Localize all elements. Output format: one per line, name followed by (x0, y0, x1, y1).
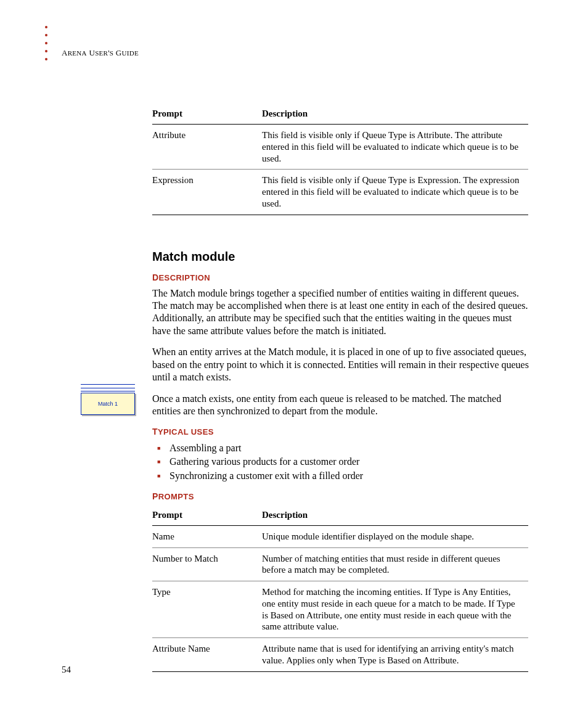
prompts-table: Prompt Description Name Unique module id… (152, 506, 528, 672)
body-paragraph: Once a match exists, one entity from eac… (152, 393, 529, 418)
thumb-label: Match 1 (98, 401, 118, 407)
desc-cell: Attribute name that is used for identify… (262, 638, 528, 672)
table-row: Type Method for matching the incoming en… (152, 581, 528, 638)
list-item: Assembling a part (152, 441, 529, 455)
prompt-cell: Number to Match (152, 547, 262, 581)
module-thumbnail: Match 1 (81, 384, 135, 415)
list-item: Gathering various products for a custome… (152, 455, 529, 469)
thumb-box: Match 1 (81, 393, 135, 415)
prompts-heading: PROMPTS (152, 491, 529, 501)
table-header: Description (262, 105, 528, 125)
section-title: Match module (152, 250, 529, 264)
uses-list: Assembling a part Gathering various prod… (152, 441, 529, 483)
table-row: Attribute Name Attribute name that is us… (152, 638, 528, 672)
desc-cell: This field is visible only if Queue Type… (262, 125, 528, 170)
running-head: ARENA USER'S GUIDE (62, 48, 139, 58)
table-header: Description (262, 506, 528, 526)
page-number: 54 (62, 665, 71, 675)
prompt-cell: Type (152, 581, 262, 638)
prompt-cell: Attribute (152, 125, 262, 170)
desc-cell: Unique module identifier displayed on th… (262, 525, 528, 547)
page: ARENA USER'S GUIDE Match 1 Prompt Descri… (0, 0, 588, 709)
dot-icon (45, 42, 47, 44)
body-paragraph: When an entity arrives at the Match modu… (152, 346, 529, 383)
body-paragraph: The Match module brings together a speci… (152, 287, 529, 338)
desc-cell: Method for matching the incoming entitie… (262, 581, 528, 638)
prompt-cell: Expression (152, 170, 262, 215)
table-row: Attribute This field is visible only if … (152, 125, 528, 170)
top-prompt-table: Prompt Description Attribute This field … (152, 105, 528, 215)
margin-dots (45, 26, 47, 60)
table-row: Expression This field is visible only if… (152, 170, 528, 215)
table-row: Number to Match Number of matching entit… (152, 547, 528, 581)
desc-cell: Number of matching entities that must re… (262, 547, 528, 581)
thumb-queue-lines (81, 384, 135, 391)
prompt-cell: Name (152, 525, 262, 547)
description-heading: DESCRIPTION (152, 272, 529, 282)
dot-icon (45, 34, 47, 36)
dot-icon (45, 58, 47, 60)
dot-icon (45, 26, 47, 28)
dot-icon (45, 50, 47, 52)
typical-uses-heading: TYPICAL USES (152, 427, 529, 436)
desc-cell: This field is visible only if Queue Type… (262, 170, 528, 215)
table-row: Name Unique module identifier displayed … (152, 525, 528, 547)
table-header: Prompt (152, 506, 262, 526)
list-item: Synchronizing a customer exit with a fil… (152, 469, 529, 483)
content: Prompt Description Attribute This field … (152, 105, 529, 672)
table-header: Prompt (152, 105, 262, 125)
prompt-cell: Attribute Name (152, 638, 262, 672)
